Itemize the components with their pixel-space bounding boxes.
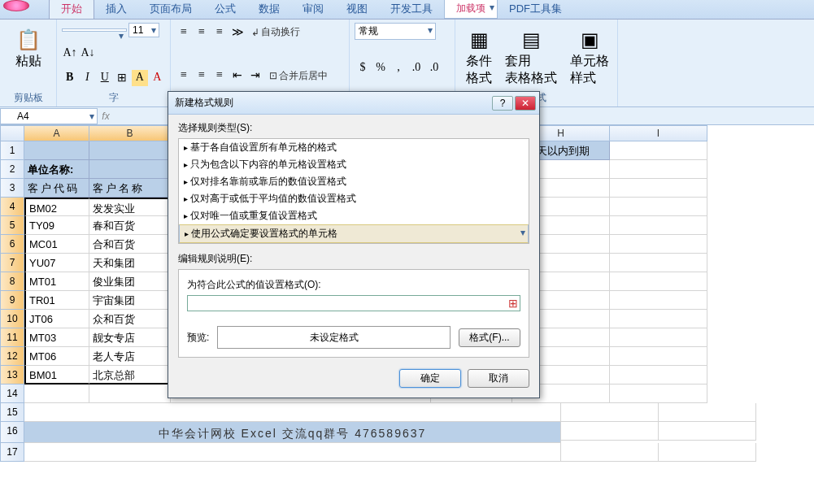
cell[interactable]: 春和百货 [89,216,171,235]
col-header-B[interactable]: B [89,125,171,141]
tab-page-layout[interactable]: 页面布局 [138,0,203,19]
cell[interactable] [561,443,659,462]
tab-addins[interactable]: 加载项 [444,0,498,19]
row-header[interactable]: 11 [0,328,24,347]
italic-button[interactable]: I [80,70,96,86]
cell[interactable] [89,141,171,160]
cell[interactable]: YU07 [24,254,89,272]
tab-formulas[interactable]: 公式 [203,0,247,19]
cell[interactable]: 俊业集团 [89,272,171,291]
cell[interactable] [561,403,659,422]
row-header[interactable]: 4 [0,198,24,216]
cell[interactable]: 众和百货 [89,310,171,328]
font-name-select[interactable] [62,28,127,32]
formula-input[interactable] [187,295,520,311]
tab-data[interactable]: 数据 [247,0,291,19]
dec-decimal-button[interactable]: .0 [426,60,442,76]
col-header-A[interactable]: A [24,125,89,141]
rule-type-item[interactable]: 只为包含以下内容的单元格设置格式 [179,156,529,173]
orientation-button[interactable]: ≫ [229,24,246,41]
cell[interactable]: 宇宙集团 [89,291,171,310]
cell[interactable] [24,403,561,422]
tab-pdf[interactable]: PDF工具集 [498,0,573,19]
col-header-I[interactable]: I [610,125,707,141]
row-header[interactable]: 1 [0,141,24,160]
indent-dec-button[interactable]: ⇤ [229,67,246,84]
cell[interactable] [89,160,171,179]
row-header[interactable]: 6 [0,235,24,254]
font-color-button[interactable]: A [150,70,166,86]
office-button[interactable] [3,0,29,11]
cell[interactable] [610,216,707,235]
decrease-font-button[interactable]: A↓ [80,46,96,62]
select-all-corner[interactable] [0,125,24,141]
inc-decimal-button[interactable]: .0 [408,60,424,76]
cell[interactable] [610,160,707,179]
row-header[interactable]: 5 [0,216,24,235]
cell[interactable]: BM02 [24,198,89,216]
number-format-select[interactable]: 常规 [355,23,436,40]
row-header[interactable]: 2 [0,160,24,179]
dialog-close-button[interactable]: ✕ [515,96,536,111]
cell[interactable]: 发发实业 [89,198,171,216]
row-header[interactable]: 17 [0,443,24,462]
cell[interactable] [24,443,561,462]
cell[interactable]: TY09 [24,216,89,235]
cell[interactable] [610,310,707,328]
cell[interactable] [659,422,756,441]
fill-color-button[interactable]: A [132,70,148,86]
cell[interactable] [24,385,89,403]
rule-type-item[interactable]: 使用公式确定要设置格式的单元格 [179,224,529,243]
merge-center-button[interactable]: ⊡合并后居中 [265,67,332,85]
row-header[interactable]: 14 [0,385,24,403]
row-header[interactable]: 13 [0,366,24,385]
dialog-titlebar[interactable]: 新建格式规则 ? ✕ [168,92,539,115]
currency-button[interactable]: $ [355,60,371,76]
cell[interactable]: 老人专店 [89,347,171,366]
row-header[interactable]: 15 [0,403,24,422]
cell[interactable] [89,385,171,403]
tab-developer[interactable]: 开发工具 [379,0,444,19]
rule-type-item[interactable]: 基于各自值设置所有单元格的格式 [179,139,529,156]
cell[interactable]: 客户名称 [89,179,171,198]
cell[interactable]: 单位名称: [24,160,89,179]
bold-button[interactable]: B [62,70,78,86]
cell[interactable]: 客户代码 [24,179,89,198]
cancel-button[interactable]: 取消 [468,369,529,388]
paste-button[interactable]: 📋 粘贴 [5,23,51,74]
rule-type-list[interactable]: 基于各自值设置所有单元格的格式 只为包含以下内容的单元格设置格式 仅对排名靠前或… [178,138,529,244]
conditional-format-button[interactable]: ▦条件格式 [460,23,498,91]
cell[interactable] [610,179,707,198]
row-header[interactable]: 7 [0,254,24,272]
footer-cell[interactable]: 中华会计网校 Excel 交流qq群号 476589637 [24,422,561,443]
cell-styles-button[interactable]: ▣单元格 样式 [564,23,615,91]
cell[interactable]: MT01 [24,272,89,291]
cell[interactable] [610,328,707,347]
cell[interactable]: JT06 [24,310,89,328]
align-bottom-button[interactable]: ≡ [211,24,228,41]
row-header[interactable]: 12 [0,347,24,366]
cell[interactable] [610,235,707,254]
format-button[interactable]: 格式(F)... [459,328,520,347]
rule-type-item[interactable]: 仅对排名靠前或靠后的数值设置格式 [179,173,529,190]
cell[interactable]: BM01 [24,366,89,385]
fx-icon[interactable]: fx [98,111,114,122]
cell[interactable] [561,422,659,441]
underline-button[interactable]: U [97,70,113,86]
cell[interactable]: 天和集团 [89,254,171,272]
cell[interactable] [24,141,89,160]
cell[interactable]: 合和百货 [89,235,171,254]
align-center-button[interactable]: ≡ [194,67,210,84]
font-size-select[interactable]: 11 [128,23,159,37]
cell[interactable] [610,385,707,403]
dialog-help-button[interactable]: ? [492,96,513,111]
cell[interactable]: 靓女专店 [89,328,171,347]
tab-insert[interactable]: 插入 [94,0,138,19]
cell[interactable] [659,403,756,422]
row-header[interactable]: 3 [0,179,24,198]
cell[interactable]: MT03 [24,328,89,347]
comma-button[interactable]: , [390,60,407,76]
tab-view[interactable]: 视图 [335,0,379,19]
cell[interactable] [610,198,707,216]
format-table-button[interactable]: ▤套用 表格格式 [499,23,563,91]
